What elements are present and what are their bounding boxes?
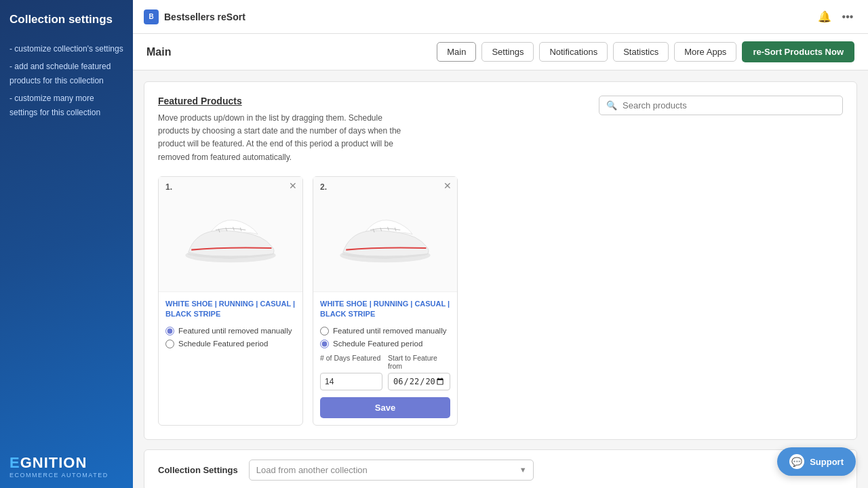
product-2-radio-group: Featured until removed manually Schedule… [320, 327, 450, 348]
product-1-close[interactable]: ✕ [289, 181, 297, 190]
egnition-sub: ECOMMERCE AUTOMATED [9, 472, 123, 479]
search-input[interactable] [623, 100, 835, 110]
tab-statistics[interactable]: Statistics [613, 42, 669, 62]
page-title: Main [146, 46, 171, 58]
featured-products-card: Featured Products Move products up/down … [144, 81, 857, 440]
product-2-num: 2. [320, 182, 327, 192]
product-1-name: WHITE SHOE | RUNNING | CASUAL | BLACK ST… [165, 299, 296, 320]
product-card-1: 1. ✕ [158, 176, 303, 426]
featured-header: Featured Products Move products up/down … [158, 96, 843, 164]
collection-settings-label: Collection Settings [158, 465, 238, 475]
product-2-option-manual[interactable]: Featured until removed manually [320, 327, 450, 336]
featured-description: Move products up/down in the list by dra… [158, 112, 402, 164]
schedule-labels: # of Days Featured Start to Feature from [320, 354, 450, 370]
topbar-icons: 🔔 ••• [815, 7, 857, 26]
radio-manual-2[interactable] [320, 327, 329, 336]
product-1-option-manual[interactable]: Featured until removed manually [165, 327, 296, 336]
date-label: Start to Feature from [388, 354, 450, 370]
main-content: B Bestsellers reSort 🔔 ••• Main Main Set… [133, 0, 868, 488]
resort-button[interactable]: re-Sort Products Now [742, 41, 854, 62]
page-body: Featured Products Move products up/down … [133, 70, 868, 488]
sidebar-bottom: EGNITION ECOMMERCE AUTOMATED [9, 454, 123, 479]
product-1-image [159, 177, 302, 292]
support-button[interactable]: 💬 Support [777, 447, 856, 476]
app-name: Bestsellers reSort [164, 12, 245, 22]
days-label: # of Days Featured [320, 354, 382, 370]
sidebar-item-3: - customize many more settings for this … [9, 92, 123, 121]
tab-main[interactable]: Main [437, 42, 476, 62]
collection-settings-card: Collection Settings Load from another co… [144, 449, 857, 488]
sidebar-item-1: - customize collection's settings [9, 42, 123, 57]
product-1-option-schedule[interactable]: Schedule Featured period [165, 340, 296, 348]
app-icon: B [144, 9, 159, 24]
days-input[interactable] [320, 373, 382, 390]
sidebar-item-2: - add and schedule featured products for… [9, 60, 123, 89]
collection-select-wrapper: Load from another collection ▼ [249, 460, 534, 481]
product-2-name: WHITE SHOE | RUNNING | CASUAL | BLACK ST… [320, 299, 450, 320]
product-1-info: WHITE SHOE | RUNNING | CASUAL | BLACK ST… [159, 292, 302, 355]
egnition-brand: EGNITION [9, 454, 123, 472]
product-2-option-schedule[interactable]: Schedule Featured period [320, 340, 450, 348]
topbar: B Bestsellers reSort 🔔 ••• [133, 0, 868, 34]
support-icon: 💬 [789, 454, 804, 469]
shoe-svg-2 [331, 203, 439, 271]
product-2-close[interactable]: ✕ [443, 181, 452, 190]
tab-notifications[interactable]: Notifications [539, 42, 608, 62]
dots-icon[interactable]: ••• [838, 7, 857, 26]
products-grid: 1. ✕ [158, 176, 843, 426]
shoe-svg-1 [176, 203, 285, 271]
tab-settings[interactable]: Settings [481, 42, 534, 62]
radio-manual-1[interactable] [165, 327, 174, 336]
sidebar-title: Collection settings [9, 12, 123, 27]
topbar-logo-area: B Bestsellers reSort [144, 9, 245, 24]
product-2-info: WHITE SHOE | RUNNING | CASUAL | BLACK ST… [313, 292, 457, 425]
save-button[interactable]: Save [320, 397, 450, 418]
egnition-logo: EGNITION ECOMMERCE AUTOMATED [9, 454, 123, 479]
product-1-num: 1. [165, 182, 172, 192]
bell-icon[interactable]: 🔔 [815, 7, 834, 26]
radio-schedule-2[interactable] [320, 340, 329, 348]
search-area: 🔍 [599, 96, 843, 115]
product-card-2: 2. ✕ [313, 176, 458, 426]
product-1-radio-group: Featured until removed manually Schedule… [165, 327, 296, 348]
product-2-image [313, 177, 457, 292]
date-input[interactable] [388, 373, 450, 390]
search-box: 🔍 [599, 96, 843, 115]
schedule-inputs [320, 373, 450, 390]
page-header: Main Main Settings Notifications Statist… [133, 34, 868, 70]
radio-schedule-1[interactable] [165, 340, 174, 348]
support-label: Support [810, 457, 844, 467]
collection-select[interactable]: Load from another collection [249, 460, 534, 481]
schedule-fields: # of Days Featured Start to Feature from… [320, 354, 450, 418]
featured-title-area: Featured Products Move products up/down … [158, 96, 585, 164]
sidebar-items: - customize collection's settings - add … [9, 42, 123, 123]
search-icon: 🔍 [606, 100, 617, 110]
featured-products-title: Featured Products [158, 96, 585, 106]
tab-more-apps[interactable]: More Apps [674, 42, 736, 62]
sidebar: Collection settings - customize collecti… [0, 0, 133, 488]
